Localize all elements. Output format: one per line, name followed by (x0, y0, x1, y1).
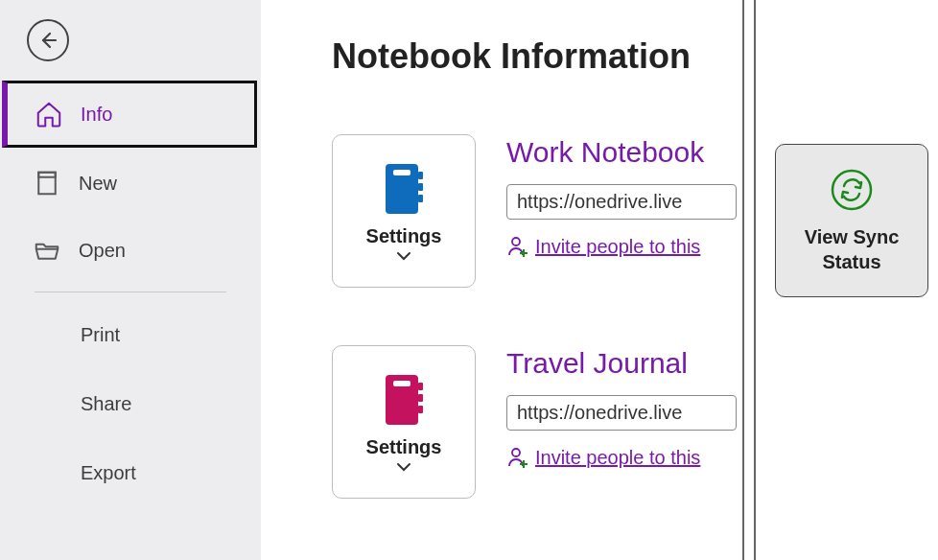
nav-label: Open (79, 240, 126, 262)
chevron-down-icon (396, 251, 411, 261)
nav-item-export[interactable]: Export (0, 438, 261, 507)
page-icon (33, 169, 61, 198)
nav-label: Print (81, 324, 120, 346)
notebook-name: Work Notebook (506, 136, 737, 169)
main-content: Notebook Information Settings Work Noteb… (261, 0, 938, 560)
svg-point-16 (512, 449, 520, 456)
svg-rect-2 (38, 173, 56, 177)
svg-rect-5 (418, 172, 423, 179)
notebook-settings-button[interactable]: Settings (332, 134, 476, 288)
notebook-icon (380, 162, 428, 216)
nav-divider (35, 292, 226, 292)
person-add-icon (506, 446, 529, 469)
svg-rect-6 (418, 183, 423, 191)
nav-item-print[interactable]: Print (0, 300, 261, 369)
sync-label: View Sync Status (805, 224, 900, 274)
notebook-url-field[interactable] (506, 395, 737, 431)
back-button[interactable] (27, 19, 69, 61)
svg-rect-15 (418, 406, 423, 413)
nav-label: New (79, 173, 117, 195)
svg-point-19 (832, 171, 871, 209)
right-panel: View Sync Status (775, 144, 928, 297)
folder-open-icon (33, 236, 61, 265)
arrow-left-icon (36, 29, 59, 52)
invite-link[interactable]: Invite people to this (506, 235, 737, 258)
vertical-divider (742, 0, 744, 560)
notebook-url-field[interactable] (506, 184, 737, 220)
nav-label: Info (81, 104, 112, 126)
invite-label: Invite people to this (535, 236, 700, 258)
sync-icon (829, 167, 875, 213)
svg-rect-7 (418, 195, 423, 202)
nav-label: Export (81, 462, 136, 484)
notebook-settings-button[interactable]: Settings (332, 345, 476, 499)
backstage-sidebar: Info New Open Print Share Export (0, 0, 261, 560)
svg-point-8 (512, 238, 520, 245)
svg-rect-13 (418, 383, 423, 390)
svg-rect-1 (38, 173, 56, 195)
svg-rect-14 (418, 394, 423, 402)
home-icon (35, 100, 63, 128)
notebook-icon (380, 373, 428, 427)
settings-label: Settings (366, 436, 442, 458)
nav-label: Share (81, 393, 131, 415)
nav-item-new[interactable]: New (0, 150, 261, 217)
svg-rect-12 (393, 381, 410, 386)
notebook-info: Travel Journal Invite people to this (506, 345, 737, 469)
notebook-row: Settings Travel Journal Invite people to… (332, 345, 938, 499)
person-add-icon (506, 235, 529, 258)
settings-label: Settings (366, 225, 442, 247)
notebook-info: Work Notebook Invite people to this (506, 134, 737, 258)
notebook-name: Travel Journal (506, 347, 737, 380)
invite-link[interactable]: Invite people to this (506, 446, 737, 469)
chevron-down-icon (396, 462, 411, 472)
svg-rect-4 (393, 170, 410, 175)
page-title: Notebook Information (332, 36, 938, 77)
nav-item-info[interactable]: Info (2, 81, 257, 148)
nav-item-open[interactable]: Open (0, 217, 261, 284)
vertical-divider (754, 0, 756, 560)
invite-label: Invite people to this (535, 447, 700, 469)
view-sync-status-button[interactable]: View Sync Status (775, 144, 928, 297)
nav-item-share[interactable]: Share (0, 369, 261, 438)
